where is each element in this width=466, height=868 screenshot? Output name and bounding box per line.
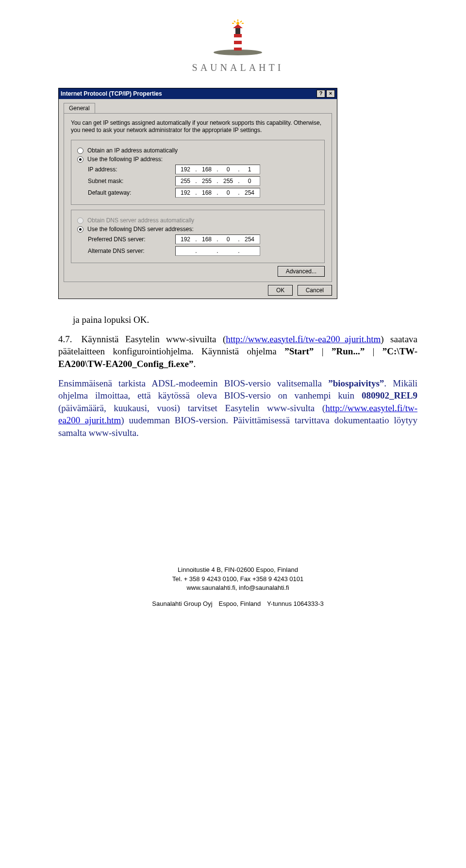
dialog-description: You can get IP settings assigned automat… [71, 119, 325, 134]
brand-name: SAUNALAHTI [58, 62, 417, 73]
svg-line-9 [234, 21, 235, 22]
footer-address: Linnoitustie 4 B, FIN-02600 Espoo, Finla… [58, 566, 417, 575]
ok-button[interactable]: OK [268, 285, 293, 296]
label-default-gateway: Default gateway: [88, 189, 175, 196]
radio-use-dns[interactable] [77, 226, 83, 233]
radio-obtain-ip[interactable] [77, 148, 83, 154]
label-preferred-dns: Preferred DNS server: [88, 236, 175, 243]
lighthouse-icon [209, 19, 267, 57]
close-button[interactable]: × [326, 90, 335, 98]
svg-rect-3 [234, 41, 242, 44]
svg-marker-6 [233, 24, 243, 28]
default-gateway-field[interactable]: 192. 168. 0. 254 [175, 188, 260, 198]
dialog-titlebar: Internet Protocol (TCP/IP) Properties ? … [59, 88, 337, 99]
tab-general[interactable]: General [64, 103, 95, 113]
label-alternate-dns: Alternate DNS server: [88, 248, 175, 254]
link-easytel-1[interactable]: http://www.easytel.fi/tw-ea200_ajurit.ht… [226, 334, 381, 344]
label-obtain-ip: Obtain an IP address automatically [87, 147, 178, 154]
ip-settings-group: Obtain an IP address automatically Use t… [71, 140, 325, 205]
subnet-mask-field[interactable]: 255. 255. 255. 0 [175, 176, 260, 186]
footer-web: www.saunalahti.fi, info@saunalahti.fi [58, 584, 417, 593]
footer-company: Saunalahti Group Oyj Espoo, Finland Y-tu… [58, 600, 417, 609]
alternate-dns-field[interactable]: . . . [175, 246, 260, 256]
svg-point-7 [236, 22, 239, 25]
tcpip-properties-dialog: Internet Protocol (TCP/IP) Properties ? … [58, 88, 337, 299]
label-subnet-mask: Subnet mask: [88, 178, 175, 184]
help-button[interactable]: ? [316, 90, 325, 98]
svg-rect-2 [234, 34, 242, 37]
svg-line-10 [240, 21, 242, 22]
label-use-dns: Use the following DNS server addresses: [87, 226, 194, 233]
footer-phone: Tel. + 358 9 4243 0100, Fax +358 9 4243 … [58, 575, 417, 584]
dns-settings-group: Obtain DNS server address automatically … [71, 210, 325, 263]
paragraph-3: Ensimmäisenä tarkista ADSL-modeemin BIOS… [58, 377, 417, 439]
svg-rect-5 [235, 28, 240, 34]
label-obtain-dns: Obtain DNS server address automatically [87, 217, 194, 224]
radio-obtain-dns [77, 217, 83, 224]
svg-rect-4 [234, 48, 242, 50]
preferred-dns-field[interactable]: 192. 168. 0. 254 [175, 234, 260, 244]
radio-use-ip[interactable] [77, 156, 83, 163]
advanced-button[interactable]: Advanced... [278, 266, 325, 277]
ip-address-field[interactable]: 192. 168. 0. 1 [175, 165, 260, 174]
page-footer: Linnoitustie 4 B, FIN-02600 Espoo, Finla… [58, 566, 417, 609]
paragraph-2: 4.7. Käynnistä Easytelin www-sivuilta (h… [58, 333, 417, 370]
cancel-button[interactable]: Cancel [298, 285, 332, 296]
dialog-title: Internet Protocol (TCP/IP) Properties [61, 90, 316, 97]
paragraph-1: ja paina lopuksi OK. [58, 314, 417, 326]
brand-logo: SAUNALAHTI [58, 19, 417, 73]
label-use-ip: Use the following IP address: [87, 156, 163, 163]
label-ip-address: IP address: [88, 166, 175, 173]
